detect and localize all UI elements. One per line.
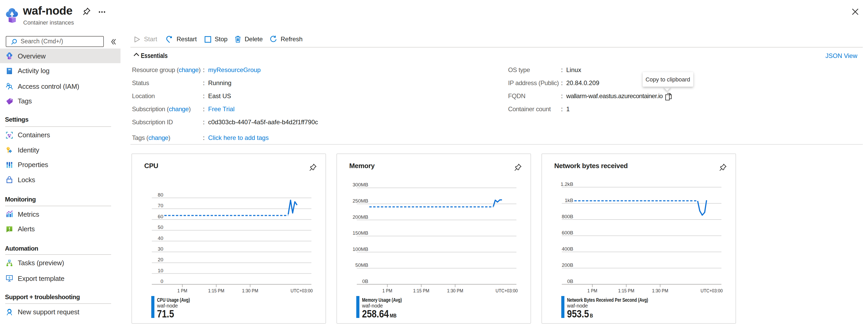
svg-text:0B: 0B [567, 278, 573, 284]
svg-text:50MB: 50MB [355, 262, 368, 268]
svg-text:200MB: 200MB [352, 214, 368, 220]
svg-text:40: 40 [158, 235, 163, 241]
svg-text:300MB: 300MB [352, 182, 368, 187]
svg-text:1:15 PM: 1:15 PM [618, 288, 634, 293]
svg-text:50: 50 [158, 224, 163, 230]
svg-text:10: 10 [158, 268, 163, 273]
svg-text:UTC+03:00: UTC+03:00 [290, 288, 312, 293]
svg-text:1:30 PM: 1:30 PM [447, 288, 463, 293]
svg-text:1 PM: 1 PM [382, 288, 392, 293]
svg-text:1 PM: 1 PM [177, 288, 187, 293]
svg-text:20: 20 [158, 257, 163, 262]
svg-text:1kB: 1kB [564, 197, 573, 203]
svg-text:0B: 0B [362, 278, 368, 284]
svg-text:1:15 PM: 1:15 PM [413, 288, 429, 293]
svg-text:UTC+03:00: UTC+03:00 [495, 288, 518, 293]
svg-text:60: 60 [158, 214, 163, 219]
svg-text:1.2kB: 1.2kB [560, 181, 573, 187]
svg-text:UTC+03:00: UTC+03:00 [700, 288, 722, 293]
svg-text:1:15 PM: 1:15 PM [208, 288, 224, 293]
svg-text:30: 30 [158, 246, 163, 251]
svg-text:600B: 600B [562, 230, 573, 235]
svg-text:800B: 800B [562, 214, 573, 219]
svg-text:200B: 200B [562, 262, 573, 268]
svg-text:1 PM: 1 PM [587, 288, 597, 293]
svg-text:70: 70 [158, 202, 163, 208]
svg-text:100MB: 100MB [352, 246, 368, 252]
svg-text:1:30 PM: 1:30 PM [652, 288, 668, 293]
svg-text:1:30 PM: 1:30 PM [242, 288, 258, 293]
svg-text:0: 0 [160, 278, 163, 284]
svg-text:400B: 400B [562, 246, 573, 251]
svg-text:250MB: 250MB [352, 198, 368, 203]
svg-text:150MB: 150MB [352, 230, 368, 236]
svg-text:80: 80 [158, 192, 163, 197]
